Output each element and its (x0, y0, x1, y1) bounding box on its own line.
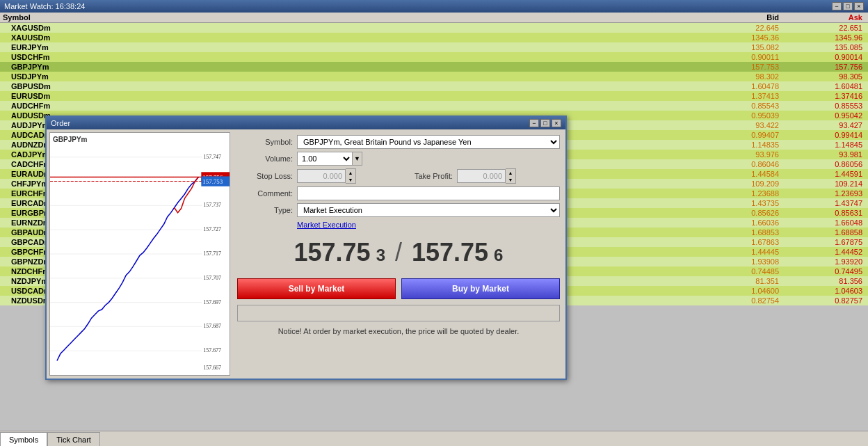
svg-text:157.667: 157.667 (203, 365, 221, 371)
stop-loss-input[interactable] (297, 169, 346, 183)
row-bid: 1.67863 (698, 238, 782, 246)
row-bid: 93.976 (698, 150, 782, 159)
take-profit-label: Take Profit: (404, 172, 453, 180)
symbol-select[interactable]: GBPJPYm, Great Britain Pound vs Japanese… (297, 135, 560, 149)
svg-text:157.687: 157.687 (203, 323, 221, 329)
row-ask: 1.23693 (782, 189, 865, 198)
market-watch-row[interactable]: EURUSDm1.374131.37416 (0, 91, 868, 101)
tab-symbols[interactable]: Symbols (0, 432, 47, 446)
svg-text:157.697: 157.697 (203, 299, 221, 305)
row-bid: 157.753 (698, 63, 782, 71)
stop-loss-down[interactable]: ▼ (346, 176, 355, 183)
row-ask: 81.356 (782, 277, 865, 285)
form-area: Symbol: GBPJPYm, Great Britain Pound vs … (234, 132, 563, 376)
stop-loss-up[interactable]: ▲ (346, 169, 355, 176)
row-ask: 1.93920 (782, 257, 865, 266)
row-ask: 1.68858 (782, 228, 865, 237)
row-ask: 0.99414 (782, 131, 865, 139)
volume-input-group: 1.00 ▼ (297, 152, 362, 166)
take-profit-input[interactable] (457, 169, 506, 183)
dialog-controls: − □ × (529, 119, 561, 127)
price-display: 157.753 / 157.756 (237, 238, 560, 267)
take-profit-up[interactable]: ▲ (506, 169, 515, 176)
dialog-title-bar: Order − □ × (47, 117, 565, 129)
type-select[interactable]: Market Execution (297, 203, 560, 217)
row-bid: 1.44584 (698, 170, 782, 178)
title-bar-text: Market Watch: 16:38:24 (4, 2, 85, 10)
row-symbol: USDJPYm (3, 72, 698, 81)
svg-text:157.717: 157.717 (203, 250, 221, 257)
dialog-min-btn[interactable]: − (529, 119, 539, 127)
market-watch-row[interactable]: XAGUSDm22.64522.651 (0, 23, 868, 33)
row-ask: 135.085 (782, 43, 865, 51)
row-ask: 1.67875 (782, 238, 865, 246)
row-bid: 0.86046 (698, 160, 782, 168)
bid-big-price: 157.75 (294, 238, 371, 267)
market-watch-row[interactable]: USDCHFm0.900110.90014 (0, 52, 868, 62)
svg-text:157.737: 157.737 (203, 202, 221, 208)
volume-dropdown-btn[interactable]: ▼ (353, 152, 362, 166)
svg-text:157.707: 157.707 (203, 275, 221, 281)
symbol-row: Symbol: GBPJPYm, Great Britain Pound vs … (237, 135, 560, 149)
row-bid: 109.209 (698, 180, 782, 188)
dialog-title: Order (51, 119, 70, 127)
row-bid: 0.85626 (698, 209, 782, 217)
row-bid: 1.14835 (698, 141, 782, 149)
row-ask: 0.95042 (782, 111, 865, 120)
row-bid: 1.23688 (698, 189, 782, 198)
close-btn[interactable]: × (854, 2, 864, 10)
market-watch-row[interactable]: AUDCHFm0.855430.85553 (0, 101, 868, 111)
row-symbol: XAGUSDm (3, 24, 698, 32)
title-bar-controls: − □ × (832, 2, 864, 10)
row-bid: 1.04600 (698, 287, 782, 295)
row-ask: 0.86056 (782, 160, 865, 168)
volume-select[interactable]: 1.00 (297, 152, 353, 166)
header-bid: Bid (698, 13, 782, 22)
row-bid: 93.422 (698, 121, 782, 129)
row-symbol: USDCHFm (3, 53, 698, 61)
row-bid: 1.93908 (698, 257, 782, 266)
sell-by-market-btn[interactable]: Sell by Market (237, 278, 396, 299)
tab-tick-chart[interactable]: Tick Chart (47, 432, 100, 446)
svg-text:157.727: 157.727 (203, 226, 221, 232)
row-bid: 81.351 (698, 277, 782, 285)
neutral-btn[interactable] (237, 305, 560, 321)
row-ask: 0.90014 (782, 53, 865, 61)
row-bid: 1.66036 (698, 218, 782, 227)
maximize-btn[interactable]: □ (843, 2, 853, 10)
market-watch-row[interactable]: GBPJPYm157.753157.756 (0, 62, 868, 72)
trade-btn-row: Sell by Market Buy by Market (237, 278, 560, 299)
dialog-close-btn[interactable]: × (552, 119, 561, 127)
market-watch-row[interactable]: GBPUSDm1.604781.60481 (0, 81, 868, 91)
svg-text:157.753: 157.753 (202, 178, 223, 185)
market-execution-link[interactable]: Market Execution (297, 221, 356, 229)
take-profit-down[interactable]: ▼ (506, 176, 515, 183)
order-dialog: Order − □ × GBPJPYm (45, 116, 567, 380)
row-ask: 1.43747 (782, 199, 865, 207)
sl-tp-row: Stop Loss: ▲ ▼ Take Profit: ▲ ▼ (237, 168, 560, 184)
row-ask: 93.427 (782, 121, 865, 129)
market-watch-row[interactable]: XAUUSDm1345.361345.96 (0, 33, 868, 42)
bottom-tabs: Symbols Tick Chart (0, 431, 868, 446)
row-bid: 0.74485 (698, 267, 782, 276)
minimize-btn[interactable]: − (832, 2, 842, 10)
row-ask: 1.44452 (782, 248, 865, 256)
row-ask: 22.651 (782, 24, 865, 32)
symbol-label: Symbol: (237, 138, 293, 146)
dialog-max-btn[interactable]: □ (540, 119, 550, 127)
dialog-body: GBPJPYm (47, 129, 565, 379)
row-bid: 0.90011 (698, 53, 782, 61)
market-watch-row[interactable]: EURJPYm135.082135.085 (0, 42, 868, 52)
ask-big-price: 157.75 (412, 238, 488, 267)
market-watch-header: Symbol Bid Ask (0, 13, 868, 23)
volume-row: Volume: 1.00 ▼ (237, 152, 560, 166)
take-profit-group: ▲ ▼ (457, 168, 560, 184)
comment-input[interactable] (297, 186, 560, 200)
type-label: Type: (237, 206, 293, 214)
row-ask: 1.14845 (782, 141, 865, 149)
buy-by-market-btn[interactable]: Buy by Market (401, 278, 560, 299)
chart-label: GBPJPYm (53, 136, 87, 143)
header-ask: Ask (782, 13, 865, 22)
take-profit-spin: ▲ ▼ (506, 168, 516, 184)
market-watch-row[interactable]: USDJPYm98.30298.305 (0, 72, 868, 81)
